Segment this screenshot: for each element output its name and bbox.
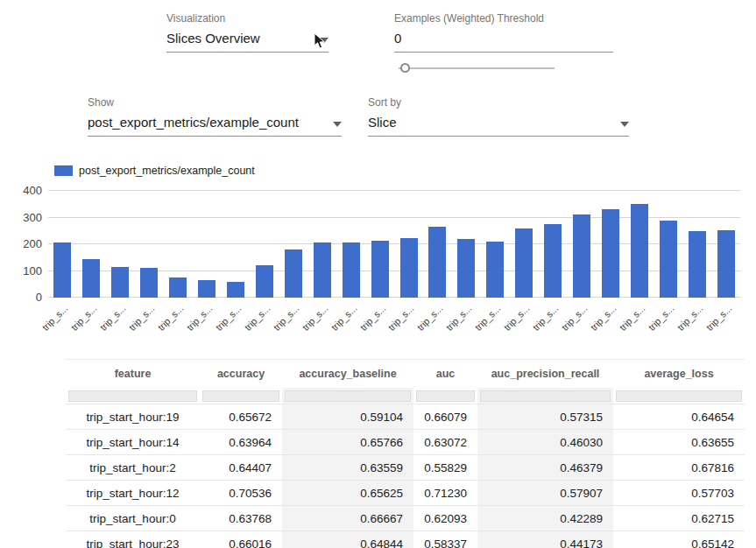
bar[interactable] [343,242,360,298]
sort-dropdown[interactable]: Slice [368,115,629,137]
table-cell: 0.63559 [282,454,413,480]
y-axis-label: 200 [23,237,42,250]
bar[interactable] [227,282,244,298]
bar[interactable] [82,259,100,298]
table-row[interactable]: trip_start_hour:00.637680.666670.620930.… [66,505,745,530]
show-dropdown[interactable]: post_export_metrics/example_count [88,115,342,137]
bar-slot: trip_s... [481,191,510,298]
x-axis-label: trip_s... [560,303,590,333]
table-row[interactable]: trip_start_hour:20.644070.635590.558290.… [66,454,745,480]
column-filter-input[interactable] [416,390,475,402]
bar-slot: trip_s... [423,191,452,298]
column-filter-input[interactable] [202,390,279,402]
table-cell: trip_start_hour:14 [66,429,200,454]
threshold-slider[interactable] [399,61,555,75]
bar[interactable] [428,227,446,298]
bar-slot: trip_s... [510,191,539,298]
x-axis-label: trip_s... [69,303,99,333]
bar[interactable] [169,278,187,298]
bars: trip_s...trip_s...trip_s...trip_s...trip… [48,191,740,298]
chevron-down-icon [333,122,342,127]
x-axis-label: trip_s... [242,303,272,333]
bar[interactable] [198,280,215,298]
column-filter-input[interactable] [285,390,411,402]
x-axis-label: trip_s... [329,303,358,333]
bar-slot: trip_s... [77,191,106,298]
column-filter-input[interactable] [480,390,611,402]
column-header-accuracy_baseline[interactable]: accuracy_baseline [282,360,413,388]
column-header-auc[interactable]: auc [413,360,477,388]
table-cell: 0.66016 [200,530,282,548]
bar-slot: trip_s... [135,191,164,298]
table-cell: 0.64407 [200,454,282,480]
bar[interactable] [573,214,590,298]
table-cell: 0.59104 [282,404,413,429]
bar-slot: trip_s... [568,191,597,298]
bar[interactable] [111,267,129,298]
table-cell: 0.55829 [413,454,477,480]
x-axis-label: trip_s... [213,303,243,333]
bar[interactable] [631,204,648,298]
x-axis-label: trip_s... [531,303,561,333]
table-cell: trip_start_hour:2 [66,454,200,480]
bar[interactable] [457,239,475,298]
column-header-feature[interactable]: feature [66,360,200,388]
table-cell: trip_start_hour:19 [66,404,200,429]
bar[interactable] [544,224,562,298]
table-cell: trip_start_hour:23 [66,530,200,548]
table-cell: 0.65142 [613,530,745,548]
x-axis-label: trip_s... [473,303,503,333]
bar[interactable] [314,242,331,298]
bar[interactable] [140,268,158,298]
bar[interactable] [53,242,71,298]
bar[interactable] [660,221,677,298]
table-cell: 0.46379 [477,454,613,480]
x-axis-label: trip_s... [98,303,128,333]
bar[interactable] [689,231,706,298]
column-header-average_loss[interactable]: average_loss [613,360,745,388]
bar[interactable] [717,230,735,298]
table-filter-row [66,388,745,404]
column-header-auc_precision_recall[interactable]: auc_precision_recall [477,360,613,388]
x-axis-label: trip_s... [675,303,704,333]
x-axis-label: trip_s... [40,303,70,333]
bar-slot: trip_s... [222,191,251,298]
table-row[interactable]: trip_start_hour:230.660160.648440.583370… [66,530,745,548]
bar[interactable] [285,249,302,298]
table-cell: 0.58337 [413,530,477,548]
slider-track[interactable] [399,67,555,69]
bar[interactable] [400,238,418,298]
bar[interactable] [256,265,273,298]
threshold-control: Examples (Weighted) Threshold 0 [394,12,613,53]
show-control: Show post_export_metrics/example_count [88,96,342,137]
bar[interactable] [602,209,619,298]
x-axis-label: trip_s... [127,303,157,333]
x-axis-label: trip_s... [300,303,329,333]
table-cell: 0.62715 [613,505,745,530]
table-cell: 0.67816 [613,454,745,480]
bar[interactable] [515,228,533,298]
table-row[interactable]: trip_start_hour:120.705360.656250.712300… [66,480,745,505]
table-row[interactable]: trip_start_hour:190.656720.591040.660790… [66,404,745,429]
column-filter-input[interactable] [616,390,742,402]
threshold-input[interactable]: 0 [394,31,613,53]
table-cell: 0.66667 [282,505,413,530]
bar[interactable] [371,241,389,298]
legend-swatch [54,165,73,176]
chevron-down-icon [620,122,629,127]
visualization-dropdown[interactable]: Slices Overview [166,31,329,53]
slider-thumb[interactable] [400,63,410,73]
bar-slot: trip_s... [193,191,222,298]
sort-control: Sort by Slice [368,96,629,137]
column-header-accuracy[interactable]: accuracy [200,360,282,388]
x-axis-label: trip_s... [502,303,532,333]
column-filter-input[interactable] [68,390,197,402]
bar[interactable] [486,242,504,298]
bar-slot: trip_s... [307,191,336,298]
table-row[interactable]: trip_start_hour:140.639640.657660.630720… [66,429,745,454]
x-axis-label: trip_s... [444,303,474,333]
bar-slot: trip_s... [452,191,481,298]
sort-label: Sort by [368,96,629,109]
y-axis-label: 100 [23,264,42,278]
table-cell: 0.42289 [477,505,613,530]
